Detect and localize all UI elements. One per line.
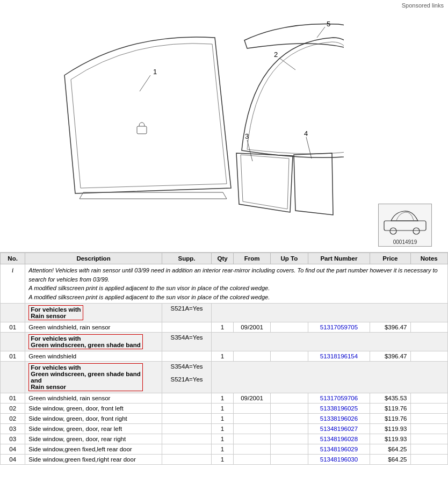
part-desc: Green windshield, rain sensor: [25, 322, 162, 333]
info-text: Attention! Vehicles with rain sensor unt…: [25, 264, 448, 304]
svg-text:1: 1: [153, 68, 157, 76]
right-side-glass: [236, 153, 293, 212]
part-desc: Side window, green, door, front right: [25, 414, 162, 424]
parts-diagram: 1 2 3 4 5: [32, 21, 344, 236]
svg-text:2: 2: [274, 51, 278, 59]
partno-link[interactable]: 51348196028: [320, 436, 358, 442]
sponsored-links-text: Sponsored links: [402, 2, 444, 9]
info-icon: i: [1, 264, 25, 304]
table-row: 04 Side window,green fixed,right rear do…: [1, 455, 448, 465]
condition-label: For vehicles withGreen windscreen, green…: [28, 334, 143, 349]
thumbnail-box: 00014919: [378, 204, 432, 247]
header-notes: Notes: [410, 253, 448, 264]
svg-line-3: [279, 58, 295, 70]
header-price: Price: [370, 253, 410, 264]
part-qty: 1: [212, 322, 233, 333]
part-notes: [410, 322, 448, 333]
sponsored-links-bar: Sponsored links: [0, 0, 448, 11]
header-upto: Up To: [271, 253, 308, 264]
partno-link[interactable]: 51338196026: [320, 415, 358, 422]
table-row: 03 Side window, green, door, rear right …: [1, 434, 448, 444]
header-supp: Supp.: [162, 253, 212, 264]
svg-rect-0: [137, 126, 147, 134]
partno-link[interactable]: 51317059706: [320, 395, 358, 401]
header-partno: Part Number: [308, 253, 370, 264]
partno-link[interactable]: 51348196027: [320, 426, 358, 432]
svg-line-5: [247, 140, 252, 161]
table-row: 03 Side window, green, door, rear left 1…: [1, 424, 448, 434]
part-desc: Side window,green fixed,right rear door: [25, 455, 162, 465]
part-desc: Green windshield, rain sensor: [25, 393, 162, 404]
part-supp: [162, 322, 212, 333]
table-row: i Attention! Vehicles with rain sensor u…: [1, 264, 448, 304]
thumbnail-car-svg: [381, 206, 429, 238]
partno-link[interactable]: 51348196030: [320, 456, 358, 463]
part-desc: Side window, green, door, front left: [25, 404, 162, 414]
table-header-row: No. Description Supp. Qty From Up To Par…: [1, 253, 448, 264]
part-price: $396.47: [370, 322, 410, 333]
part-desc: Side window, green, door, rear left: [25, 424, 162, 434]
part-upto: [271, 322, 308, 333]
svg-point-12: [390, 228, 396, 234]
rear-glass-part: [242, 38, 344, 157]
table-row: 04 Side window,green fixed,left rear doo…: [1, 444, 448, 455]
partno-link[interactable]: 51318196154: [320, 353, 358, 359]
header-description: Description: [25, 253, 162, 264]
svg-text:5: 5: [327, 21, 330, 28]
condition-rest: [212, 304, 448, 322]
table-row: For vehicles withGreen windscreen, green…: [1, 333, 448, 351]
diagram-area: 1 2 3 4 5: [0, 11, 448, 253]
svg-line-7: [306, 137, 312, 159]
partno-link[interactable]: 51348196029: [320, 446, 358, 452]
partno-link[interactable]: 51317059705: [320, 324, 358, 330]
header-no: No.: [1, 253, 25, 264]
part-desc: Green windshield: [25, 351, 162, 362]
condition-desc: For vehicles withRain sensor: [25, 304, 162, 322]
condition-no: [1, 304, 25, 322]
table-row: For vehicles withRain sensor S521A=Yes: [1, 304, 448, 322]
part-desc: Side window,green fixed,left rear door: [25, 444, 162, 455]
header-from: From: [233, 253, 270, 264]
header-qty: Qty: [212, 253, 233, 264]
svg-text:3: 3: [245, 132, 249, 140]
part-no: 01: [1, 322, 25, 333]
svg-line-9: [317, 27, 325, 38]
table-row: 02 Side window, green, door, front left …: [1, 404, 448, 414]
parts-table: No. Description Supp. Qty From Up To Par…: [0, 253, 448, 465]
part-desc: Side window, green, door, rear right: [25, 434, 162, 444]
table-row: 01 Green windshield, rain sensor 1 09/20…: [1, 322, 448, 333]
part-number[interactable]: 51317059705: [308, 322, 370, 333]
windshield-part: [64, 37, 231, 193]
table-row: For vehicles withGreen windscreen, green…: [1, 362, 448, 393]
thumbnail-caption: 00014919: [393, 239, 417, 245]
table-row: 02 Side window, green, door, front right…: [1, 414, 448, 424]
partno-link[interactable]: 51338196025: [320, 405, 358, 412]
table-row: 01 Green windshield 1 51318196154 $396.4…: [1, 351, 448, 362]
condition-label: For vehicles withRain sensor: [28, 305, 83, 320]
svg-line-1: [140, 75, 150, 91]
svg-point-13: [413, 228, 420, 234]
table-row: 01 Green windshield, rain sensor 1 09/20…: [1, 393, 448, 404]
condition-supp: S521A=Yes: [162, 304, 212, 322]
part4-glass: [294, 153, 333, 215]
svg-text:4: 4: [304, 129, 308, 138]
condition-label: For vehicles withGreen windscreen, green…: [28, 363, 143, 391]
part-from: 09/2001: [233, 322, 270, 333]
